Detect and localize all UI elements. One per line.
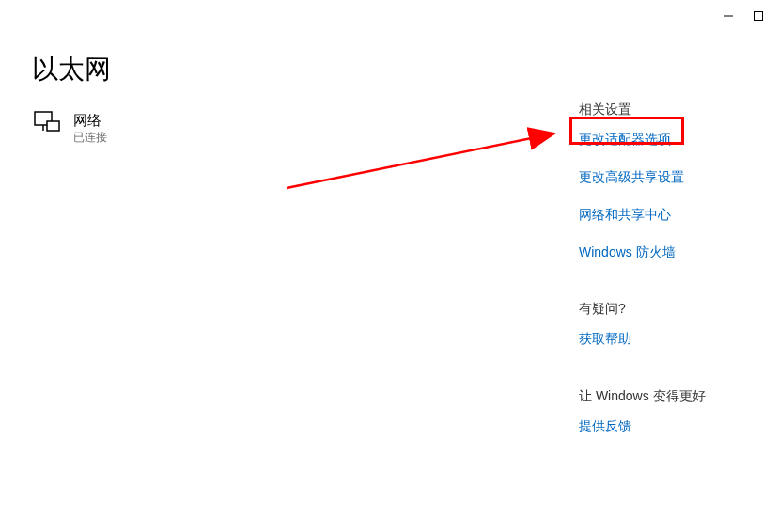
feedback-heading: 让 Windows 变得更好 — [579, 388, 706, 405]
related-settings-heading: 相关设置 — [579, 102, 684, 118]
question-heading: 有疑问? — [579, 301, 631, 318]
get-help-link[interactable]: 获取帮助 — [579, 331, 631, 348]
question-section: 有疑问? 获取帮助 — [579, 301, 631, 368]
change-advanced-sharing-link[interactable]: 更改高级共享设置 — [579, 169, 684, 186]
minimize-button[interactable] — [722, 9, 735, 23]
network-name: 网络 — [73, 111, 107, 130]
change-adapter-options-link[interactable]: 更改适配器选项 — [579, 132, 684, 149]
network-sharing-center-link[interactable]: 网络和共享中心 — [579, 207, 684, 224]
submit-feedback-link[interactable]: 提供反馈 — [579, 418, 706, 435]
annotation-arrow — [282, 113, 573, 197]
windows-firewall-link[interactable]: Windows 防火墙 — [579, 244, 684, 261]
ethernet-icon — [34, 111, 60, 135]
maximize-button[interactable] — [752, 9, 765, 23]
page-title: 以太网 — [32, 52, 111, 87]
svg-rect-1 — [755, 12, 763, 21]
related-settings-section: 相关设置 更改适配器选项 更改高级共享设置 网络和共享中心 Windows 防火… — [579, 102, 684, 282]
network-status-block[interactable]: 网络 已连接 — [34, 111, 107, 145]
network-text: 网络 已连接 — [73, 111, 107, 145]
network-status: 已连接 — [73, 130, 107, 146]
svg-line-6 — [287, 133, 554, 188]
window-controls — [708, 0, 778, 32]
feedback-section: 让 Windows 变得更好 提供反馈 — [579, 388, 706, 456]
svg-rect-3 — [47, 121, 59, 131]
